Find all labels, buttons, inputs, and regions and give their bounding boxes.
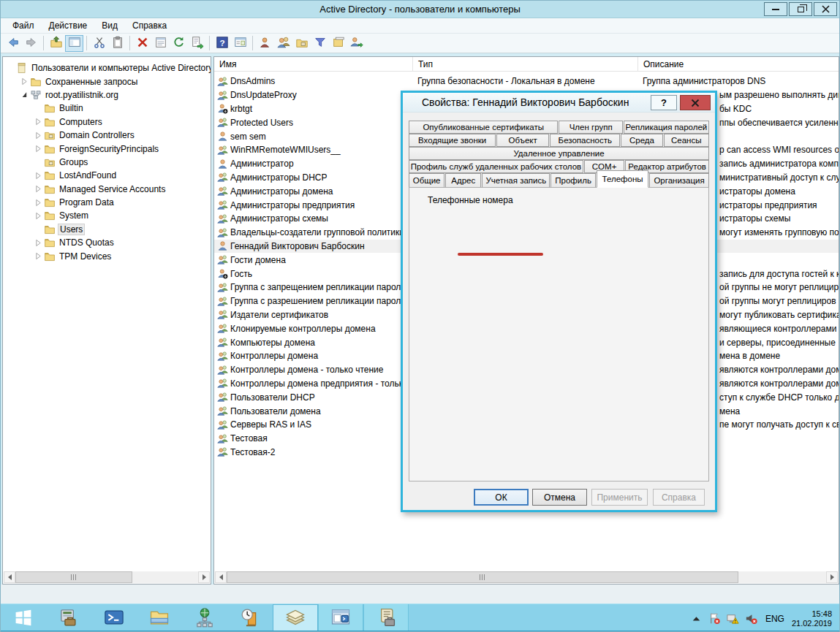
menu-view[interactable]: Вид <box>94 19 125 32</box>
tree-toggle-icon[interactable] <box>34 185 43 194</box>
tree-item[interactable]: Program Data <box>3 196 211 209</box>
tree-item[interactable]: TPM Devices <box>3 249 211 262</box>
tree-item[interactable]: Computers <box>3 115 211 129</box>
tab-item[interactable]: Профиль <box>550 173 596 188</box>
powershell-ise-taskbar-button[interactable] <box>318 604 363 632</box>
tree-horizontal-scrollbar[interactable] <box>4 571 210 583</box>
cut-button[interactable] <box>90 35 108 52</box>
tab-item[interactable]: Член групп <box>559 121 622 134</box>
tree-item[interactable]: Managed Service Accounts <box>3 183 211 196</box>
tree-toggle-icon[interactable] <box>34 171 43 180</box>
tab-item[interactable]: Сеансы <box>664 134 710 147</box>
powershell-taskbar-button[interactable] <box>91 604 137 632</box>
tab-active[interactable]: Телефоны <box>597 170 648 188</box>
tab-item[interactable]: Адрес <box>445 173 481 188</box>
show-hide-console-tree-button[interactable] <box>65 35 83 52</box>
gpmc-editor-taskbar-button[interactable] <box>363 604 409 632</box>
taskbar-clock[interactable]: 15:48 21.02.2019 <box>792 609 832 628</box>
list-row[interactable]: DnsAdminsГруппа безопасности - Локальная… <box>214 75 839 88</box>
minimize-button[interactable] <box>764 2 787 16</box>
scroll-right-button[interactable] <box>198 571 210 583</box>
paste-button[interactable] <box>108 35 126 52</box>
tab-item[interactable]: Профиль служб удаленных рабочих столов <box>409 160 583 173</box>
menu-action[interactable]: Действие <box>42 19 95 32</box>
tree-item[interactable]: System <box>3 209 211 222</box>
tree-toggle-icon[interactable] <box>34 238 43 247</box>
help-button[interactable]: ? <box>213 35 231 52</box>
refresh-button[interactable] <box>170 35 188 52</box>
up-one-level-button[interactable] <box>47 35 65 52</box>
tree-item[interactable]: Builtin <box>3 102 211 115</box>
scroll-track[interactable] <box>132 571 198 583</box>
tree-item[interactable]: Users <box>3 223 211 236</box>
scroll-left-button[interactable] <box>215 571 227 583</box>
column-header-type[interactable]: Тип <box>413 57 638 72</box>
back-button[interactable] <box>4 35 22 52</box>
volume-muted-button[interactable] <box>744 612 758 625</box>
scroll-thumb[interactable] <box>15 571 132 583</box>
tree-toggle-icon[interactable] <box>34 118 43 126</box>
export-list-button[interactable] <box>188 35 206 52</box>
scroll-left-button[interactable] <box>4 571 15 583</box>
server-manager-taskbar-button[interactable] <box>46 604 91 632</box>
scroll-right-button[interactable] <box>826 571 838 583</box>
aduc-console-taskbar-button[interactable] <box>273 604 318 632</box>
tab-item[interactable]: Объект <box>496 134 549 147</box>
time-service-taskbar-button[interactable] <box>227 604 273 632</box>
scroll-track[interactable] <box>738 571 826 583</box>
tree-item[interactable]: Groups <box>3 156 211 169</box>
delete-button[interactable] <box>133 35 151 52</box>
tree-toggle-icon[interactable] <box>20 91 29 99</box>
tree-item[interactable]: Пользователи и компьютеры Active Directo… <box>3 61 211 75</box>
tree-item[interactable]: NTDS Quotas <box>3 236 211 249</box>
tree-toggle-icon[interactable] <box>34 211 43 220</box>
hidden-icons-button[interactable] <box>689 612 703 625</box>
start-button[interactable] <box>1 604 46 632</box>
ad-sites-taskbar-button[interactable] <box>182 604 227 632</box>
language-indicator[interactable]: ENG <box>765 614 784 624</box>
tree-toggle-icon[interactable] <box>34 131 43 140</box>
tree-toggle-icon[interactable] <box>34 198 43 207</box>
cancel-button[interactable]: Отмена <box>532 489 587 506</box>
tab-item[interactable]: Организация <box>649 173 709 188</box>
move-object-button[interactable] <box>347 35 366 52</box>
restore-button[interactable] <box>789 2 812 16</box>
column-header-description[interactable]: Описание <box>638 57 839 72</box>
tree-item[interactable]: root.pyatilistnik.org <box>3 88 211 102</box>
new-user-button[interactable] <box>256 35 274 52</box>
view-options-button[interactable] <box>231 35 249 52</box>
set-filter-button[interactable] <box>311 35 329 52</box>
tree-item[interactable]: Сохраненные запросы <box>3 75 211 88</box>
new-ou-button[interactable] <box>292 35 311 52</box>
ok-button[interactable]: ОК <box>474 489 529 506</box>
new-group-button[interactable] <box>274 35 292 52</box>
tab-item[interactable]: Среда <box>621 134 662 147</box>
tree-item[interactable]: LostAndFound <box>3 169 211 182</box>
tab-item[interactable]: Безопасность <box>550 134 620 147</box>
column-header-name[interactable]: Имя <box>214 57 413 72</box>
dialog-close-button[interactable] <box>680 95 711 110</box>
dialog-help-button[interactable]: ? <box>651 95 677 110</box>
open-mail-button[interactable] <box>329 35 347 52</box>
tree-toggle-icon[interactable] <box>20 77 29 86</box>
menu-file[interactable]: Файл <box>5 19 42 32</box>
tab-item[interactable]: Входящие звонки <box>409 134 496 147</box>
tree-item[interactable]: ForeignSecurityPrincipals <box>3 142 211 155</box>
properties-button[interactable] <box>151 35 170 52</box>
tab-item[interactable]: Удаленное управление <box>409 147 709 160</box>
tree-toggle-icon[interactable] <box>34 252 43 261</box>
scroll-thumb[interactable] <box>227 571 738 583</box>
tab-item[interactable]: Опубликованные сертификаты <box>409 121 558 134</box>
menu-help[interactable]: Справка <box>125 19 174 32</box>
forward-button[interactable] <box>22 35 40 52</box>
tree-item[interactable]: Domain Controllers <box>3 129 211 142</box>
tab-item[interactable]: Учетная запись <box>482 173 550 188</box>
tab-item[interactable]: Репликация паролей <box>624 121 709 134</box>
file-explorer-taskbar-button[interactable] <box>137 604 182 632</box>
tab-item[interactable]: Общие <box>409 173 444 188</box>
close-button[interactable] <box>814 2 837 16</box>
network-warning-button[interactable] <box>726 612 740 625</box>
tree-toggle-icon[interactable] <box>34 145 43 153</box>
list-horizontal-scrollbar[interactable] <box>215 571 838 583</box>
action-center-button[interactable] <box>708 612 722 625</box>
